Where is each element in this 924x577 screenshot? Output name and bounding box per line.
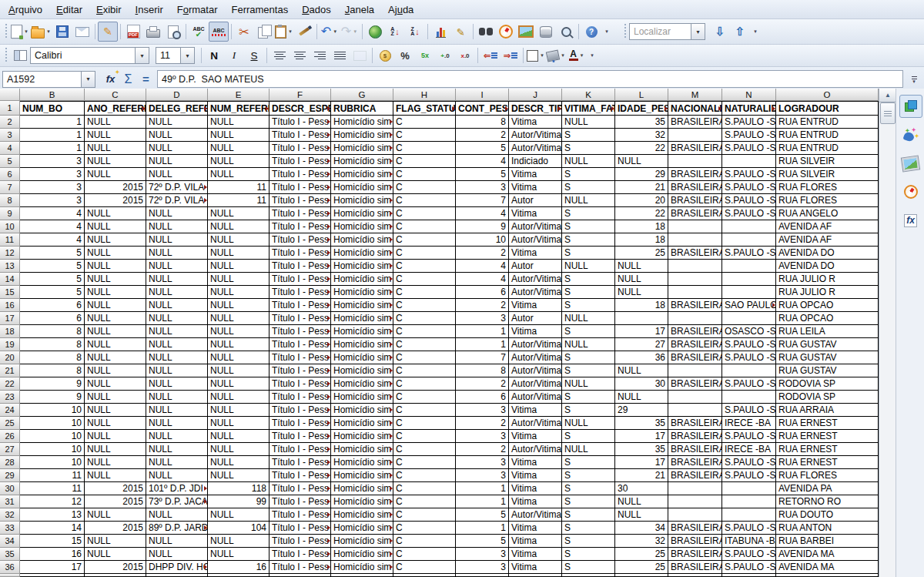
table-cell[interactable]: Homicídio sim (331, 325, 393, 338)
table-cell[interactable]: IRECE -BA (722, 443, 776, 456)
table-cell[interactable]: Vitima (509, 430, 562, 443)
delete-decimal-button[interactable]: x.0 (455, 45, 475, 65)
table-cell[interactable]: Título I - Pess (270, 194, 331, 207)
table-cell[interactable]: 1 (456, 482, 509, 495)
table-cell[interactable]: NULL (146, 260, 208, 273)
table-cell[interactable]: NULL (562, 260, 615, 273)
table-cell[interactable]: RUA ERNEST (776, 443, 879, 456)
sidebar-toggle-button[interactable] (10, 45, 30, 65)
chevron-down-icon[interactable]: ▾ (23, 29, 29, 35)
table-cell[interactable] (722, 155, 776, 168)
background-color-button[interactable]: ▾ (546, 45, 567, 65)
sidebar-gallery-button[interactable] (899, 152, 922, 175)
table-cell[interactable]: Título I - Pess (270, 129, 331, 142)
table-cell[interactable]: NULL (562, 194, 615, 207)
table-cell[interactable]: 11 (20, 469, 85, 482)
table-cell[interactable]: Homicídio sim (331, 351, 393, 364)
table-cell[interactable]: 5 (20, 286, 85, 299)
table-cell[interactable]: Título I - Pess (270, 168, 331, 181)
table-cell[interactable]: BRASILEIRA (668, 417, 722, 430)
table-cell[interactable]: Autor/Vitima (509, 220, 562, 233)
table-cell[interactable]: C (393, 142, 456, 155)
column-header-I[interactable]: I (456, 89, 509, 101)
table-cell[interactable] (722, 233, 776, 247)
table-cell[interactable]: 2015 (85, 495, 146, 508)
format-percent-button[interactable]: % (395, 45, 415, 65)
table-cell[interactable]: Título I - Pess (270, 325, 331, 338)
table-cell[interactable]: NULL (208, 391, 270, 404)
menu-ajuda[interactable]: Ajuda (381, 2, 420, 18)
table-cell[interactable]: Título I - Pess (270, 155, 331, 168)
header-cell[interactable]: NUM_REFERE (208, 101, 270, 116)
formula-button[interactable]: = (137, 71, 155, 88)
table-cell[interactable]: 17 (615, 456, 668, 469)
table-cell[interactable]: Vitima (509, 116, 562, 129)
table-cell[interactable]: NULL (85, 443, 146, 456)
table-cell[interactable]: 17 (615, 430, 668, 443)
table-cell[interactable]: 2015 (85, 482, 146, 495)
row-header-5[interactable]: 5 (0, 155, 20, 168)
table-cell[interactable]: S.PAULO -SP (722, 548, 776, 561)
table-cell[interactable]: NULL (208, 364, 270, 377)
data-sources-button[interactable] (536, 22, 556, 42)
table-cell[interactable]: Homicídio sim (331, 129, 393, 142)
table-cell[interactable]: 30 (615, 482, 668, 495)
table-cell[interactable]: NULL (146, 233, 208, 247)
export-pdf-button[interactable]: PDF (123, 22, 143, 42)
table-cell[interactable]: NULL (146, 299, 208, 312)
table-cell[interactable]: Título I - Pess (270, 233, 331, 247)
table-cell[interactable]: Título I - Pess (270, 404, 331, 417)
table-cell[interactable]: NULL (208, 430, 270, 443)
table-cell[interactable]: C (393, 220, 456, 233)
copy-button[interactable] (254, 22, 274, 42)
table-cell[interactable]: NULL (208, 299, 270, 312)
table-cell[interactable]: AVENIDA AF (776, 220, 879, 233)
table-cell[interactable]: Título I - Pess (270, 260, 331, 273)
table-cell[interactable]: 8 (20, 351, 85, 364)
table-cell[interactable] (668, 364, 722, 377)
table-cell[interactable]: Homicídio sim (331, 364, 393, 377)
header-cell[interactable]: ANO_REFERE (85, 101, 146, 116)
row-header-17[interactable]: 17 (0, 312, 20, 325)
menu-dados[interactable]: Dados (295, 2, 338, 18)
table-cell[interactable]: C (393, 404, 456, 417)
font-name-select[interactable]: Calibri (30, 47, 136, 64)
row-header-23[interactable]: 23 (0, 391, 20, 404)
header-cell[interactable]: FLAG_STATU (393, 101, 456, 116)
table-cell[interactable]: S (562, 508, 615, 522)
table-cell[interactable]: Vitima (509, 548, 562, 561)
table-cell[interactable]: C (393, 522, 456, 535)
table-cell[interactable]: NULL (146, 155, 208, 168)
table-cell[interactable]: 3 (20, 181, 85, 194)
table-cell[interactable]: 11 (208, 194, 270, 207)
table-cell[interactable]: BRASILEIRA (668, 522, 722, 535)
table-cell[interactable]: 3 (20, 155, 85, 168)
column-header-C[interactable]: C (85, 89, 146, 101)
table-cell[interactable] (722, 273, 776, 286)
table-cell[interactable]: S (562, 247, 615, 260)
table-cell[interactable]: BRASILEIRA (668, 247, 722, 260)
table-cell[interactable]: S (562, 469, 615, 482)
sidebar-properties-button[interactable] (899, 95, 922, 118)
column-header-L[interactable]: L (615, 89, 668, 101)
row-header-13[interactable]: 13 (0, 260, 20, 273)
table-cell[interactable]: Homicídio sim (331, 548, 393, 561)
table-cell[interactable]: Autor (509, 194, 562, 207)
table-cell[interactable]: NULL (85, 417, 146, 430)
table-cell[interactable]: C (393, 548, 456, 561)
zoom-button[interactable] (556, 22, 576, 42)
table-cell[interactable]: NULL (208, 469, 270, 482)
menu-exibir[interactable]: Exibir (89, 2, 129, 18)
table-cell[interactable]: NULL (85, 351, 146, 364)
table-cell[interactable]: Título I - Pess (270, 430, 331, 443)
add-decimal-button[interactable]: +.0 (435, 45, 455, 65)
table-cell[interactable] (668, 260, 722, 273)
table-cell[interactable]: 10 (20, 430, 85, 443)
table-cell[interactable]: BRASILEIRA (668, 351, 722, 364)
table-cell[interactable]: NULL (615, 260, 668, 273)
table-cell[interactable]: Homicídio sim (331, 561, 393, 574)
table-cell[interactable]: 27 (615, 338, 668, 351)
row-header-7[interactable]: 7 (0, 181, 20, 194)
table-cell[interactable]: 18 (615, 233, 668, 247)
table-cell[interactable]: 8 (20, 325, 85, 338)
